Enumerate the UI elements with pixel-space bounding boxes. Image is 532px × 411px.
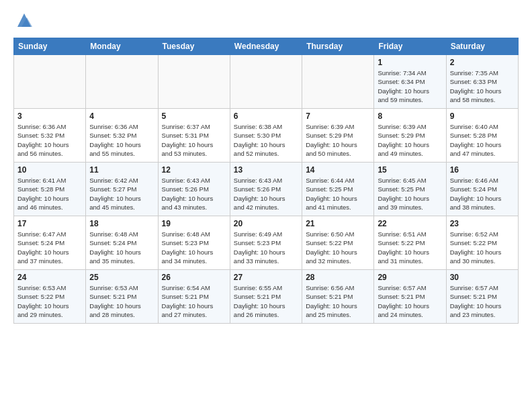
day-number: 22: [378, 219, 442, 228]
day-cell: 4Sunrise: 6:36 AM Sunset: 5:32 PM Daylig…: [86, 109, 158, 163]
weekday-header-thursday: Thursday: [302, 38, 374, 55]
day-cell: 22Sunrise: 6:51 AM Sunset: 5:22 PM Dayli…: [374, 216, 446, 270]
logo-icon: [15, 11, 34, 30]
day-info: Sunrise: 7:34 AM Sunset: 6:34 PM Dayligh…: [378, 68, 442, 104]
day-number: 9: [450, 111, 515, 121]
day-cell: 13Sunrise: 6:43 AM Sunset: 5:26 PM Dayli…: [230, 163, 302, 216]
day-info: Sunrise: 6:45 AM Sunset: 5:25 PM Dayligh…: [378, 176, 442, 212]
header: [13, 11, 519, 30]
day-info: Sunrise: 6:57 AM Sunset: 5:21 PM Dayligh…: [378, 283, 442, 319]
day-info: Sunrise: 6:44 AM Sunset: 5:25 PM Dayligh…: [306, 176, 370, 212]
weekday-header-friday: Friday: [374, 38, 446, 55]
day-info: Sunrise: 6:42 AM Sunset: 5:27 PM Dayligh…: [89, 176, 154, 212]
day-cell: [86, 55, 158, 109]
day-cell: [230, 55, 302, 109]
day-cell: 2Sunrise: 7:35 AM Sunset: 6:33 PM Daylig…: [446, 55, 518, 109]
day-cell: 14Sunrise: 6:44 AM Sunset: 5:25 PM Dayli…: [302, 163, 374, 216]
day-number: 27: [234, 273, 298, 282]
day-number: 12: [162, 165, 226, 175]
day-cell: 28Sunrise: 6:56 AM Sunset: 5:21 PM Dayli…: [302, 270, 374, 324]
day-cell: 29Sunrise: 6:57 AM Sunset: 5:21 PM Dayli…: [374, 270, 446, 324]
day-number: 18: [89, 219, 154, 228]
day-cell: 27Sunrise: 6:55 AM Sunset: 5:21 PM Dayli…: [230, 270, 302, 324]
day-number: 11: [89, 165, 154, 175]
day-number: 3: [17, 111, 82, 121]
weekday-header-wednesday: Wednesday: [230, 38, 302, 55]
day-cell: 9Sunrise: 6:40 AM Sunset: 5:28 PM Daylig…: [446, 109, 518, 163]
page: SundayMondayTuesdayWednesdayThursdayFrid…: [0, 0, 532, 334]
day-number: 13: [234, 165, 298, 175]
day-cell: 30Sunrise: 6:57 AM Sunset: 5:21 PM Dayli…: [446, 270, 518, 324]
day-cell: 10Sunrise: 6:41 AM Sunset: 5:28 PM Dayli…: [14, 163, 86, 216]
day-number: 17: [17, 219, 82, 228]
day-number: 1: [378, 58, 442, 67]
day-cell: 12Sunrise: 6:43 AM Sunset: 5:26 PM Dayli…: [158, 163, 230, 216]
day-number: 8: [378, 111, 442, 121]
day-info: Sunrise: 6:40 AM Sunset: 5:28 PM Dayligh…: [450, 122, 515, 158]
day-number: 2: [450, 58, 515, 67]
weekday-header-monday: Monday: [86, 38, 158, 55]
day-cell: 17Sunrise: 6:47 AM Sunset: 5:24 PM Dayli…: [14, 216, 86, 270]
day-cell: 26Sunrise: 6:54 AM Sunset: 5:21 PM Dayli…: [158, 270, 230, 324]
day-cell: 15Sunrise: 6:45 AM Sunset: 5:25 PM Dayli…: [374, 163, 446, 216]
day-info: Sunrise: 7:35 AM Sunset: 6:33 PM Dayligh…: [450, 68, 515, 104]
day-cell: 20Sunrise: 6:49 AM Sunset: 5:23 PM Dayli…: [230, 216, 302, 270]
day-number: 21: [306, 219, 370, 228]
logo: [13, 11, 34, 30]
day-number: 30: [450, 273, 515, 282]
day-info: Sunrise: 6:57 AM Sunset: 5:21 PM Dayligh…: [450, 283, 515, 319]
day-info: Sunrise: 6:48 AM Sunset: 5:23 PM Dayligh…: [162, 230, 226, 265]
day-info: Sunrise: 6:49 AM Sunset: 5:23 PM Dayligh…: [234, 230, 298, 265]
week-row-1: 1Sunrise: 7:34 AM Sunset: 6:34 PM Daylig…: [14, 55, 519, 109]
day-cell: 21Sunrise: 6:50 AM Sunset: 5:22 PM Dayli…: [302, 216, 374, 270]
day-info: Sunrise: 6:39 AM Sunset: 5:29 PM Dayligh…: [306, 122, 370, 158]
day-cell: 25Sunrise: 6:53 AM Sunset: 5:21 PM Dayli…: [86, 270, 158, 324]
weekday-header-saturday: Saturday: [446, 38, 518, 55]
day-info: Sunrise: 6:55 AM Sunset: 5:21 PM Dayligh…: [234, 283, 298, 319]
day-cell: 11Sunrise: 6:42 AM Sunset: 5:27 PM Dayli…: [86, 163, 158, 216]
day-cell: 16Sunrise: 6:46 AM Sunset: 5:24 PM Dayli…: [446, 163, 518, 216]
day-info: Sunrise: 6:43 AM Sunset: 5:26 PM Dayligh…: [162, 176, 226, 212]
day-cell: 3Sunrise: 6:36 AM Sunset: 5:32 PM Daylig…: [14, 109, 86, 163]
day-number: 5: [162, 111, 226, 121]
day-info: Sunrise: 6:36 AM Sunset: 5:32 PM Dayligh…: [17, 122, 82, 158]
day-info: Sunrise: 6:51 AM Sunset: 5:22 PM Dayligh…: [378, 230, 442, 265]
day-info: Sunrise: 6:47 AM Sunset: 5:24 PM Dayligh…: [17, 230, 82, 265]
week-row-4: 17Sunrise: 6:47 AM Sunset: 5:24 PM Dayli…: [14, 216, 519, 270]
day-cell: 7Sunrise: 6:39 AM Sunset: 5:29 PM Daylig…: [302, 109, 374, 163]
weekday-header-tuesday: Tuesday: [158, 38, 230, 55]
day-info: Sunrise: 6:39 AM Sunset: 5:29 PM Dayligh…: [378, 122, 442, 158]
day-number: 24: [17, 273, 82, 282]
day-info: Sunrise: 6:38 AM Sunset: 5:30 PM Dayligh…: [234, 122, 298, 158]
day-cell: [158, 55, 230, 109]
day-number: 19: [162, 219, 226, 228]
day-number: 4: [89, 111, 154, 121]
day-number: 14: [306, 165, 370, 175]
week-row-2: 3Sunrise: 6:36 AM Sunset: 5:32 PM Daylig…: [14, 109, 519, 163]
day-cell: 6Sunrise: 6:38 AM Sunset: 5:30 PM Daylig…: [230, 109, 302, 163]
day-info: Sunrise: 6:46 AM Sunset: 5:24 PM Dayligh…: [450, 176, 515, 212]
day-cell: 5Sunrise: 6:37 AM Sunset: 5:31 PM Daylig…: [158, 109, 230, 163]
day-info: Sunrise: 6:53 AM Sunset: 5:21 PM Dayligh…: [89, 283, 154, 319]
day-cell: 23Sunrise: 6:52 AM Sunset: 5:22 PM Dayli…: [446, 216, 518, 270]
week-row-5: 24Sunrise: 6:53 AM Sunset: 5:22 PM Dayli…: [14, 270, 519, 324]
day-number: 23: [450, 219, 515, 228]
calendar-table: SundayMondayTuesdayWednesdayThursdayFrid…: [13, 38, 519, 324]
day-info: Sunrise: 6:36 AM Sunset: 5:32 PM Dayligh…: [89, 122, 154, 158]
day-info: Sunrise: 6:53 AM Sunset: 5:22 PM Dayligh…: [17, 283, 82, 319]
day-info: Sunrise: 6:54 AM Sunset: 5:21 PM Dayligh…: [162, 283, 226, 319]
day-info: Sunrise: 6:48 AM Sunset: 5:24 PM Dayligh…: [89, 230, 154, 265]
day-number: 28: [306, 273, 370, 282]
day-number: 6: [234, 111, 298, 121]
day-number: 16: [450, 165, 515, 175]
day-number: 20: [234, 219, 298, 228]
day-number: 25: [89, 273, 154, 282]
day-cell: 24Sunrise: 6:53 AM Sunset: 5:22 PM Dayli…: [14, 270, 86, 324]
day-cell: [302, 55, 374, 109]
weekday-header-sunday: Sunday: [14, 38, 86, 55]
day-number: 10: [17, 165, 82, 175]
day-number: 15: [378, 165, 442, 175]
weekday-header-row: SundayMondayTuesdayWednesdayThursdayFrid…: [14, 38, 519, 55]
day-info: Sunrise: 6:50 AM Sunset: 5:22 PM Dayligh…: [306, 230, 370, 265]
day-info: Sunrise: 6:37 AM Sunset: 5:31 PM Dayligh…: [162, 122, 226, 158]
